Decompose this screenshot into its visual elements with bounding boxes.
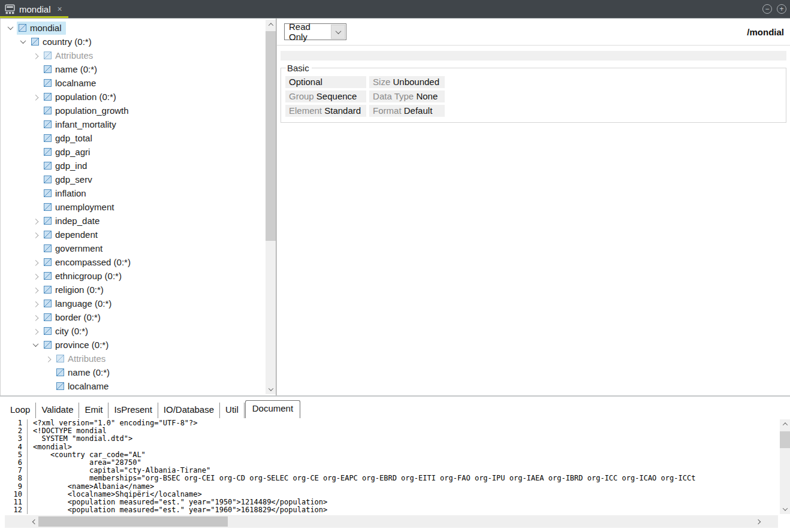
field-format[interactable]: Format Default <box>369 105 445 117</box>
tree-item-body[interactable]: population_growth <box>42 104 133 117</box>
tab-validate[interactable]: Validate <box>36 403 79 418</box>
scroll-down-icon[interactable] <box>266 385 276 394</box>
chevron-right-icon[interactable] <box>31 258 40 267</box>
chevron-right-icon[interactable] <box>31 285 40 295</box>
tree-item-body[interactable]: name (0:*) <box>42 63 101 76</box>
tree-item-body[interactable]: city (0:*) <box>42 325 92 338</box>
tree-item-body[interactable]: encompassed (0:*) <box>42 256 135 269</box>
tree-item-name-0[interactable]: name (0:*) <box>1 62 265 76</box>
chevron-down-icon[interactable] <box>5 23 15 33</box>
tab-emit[interactable]: Emit <box>79 403 108 418</box>
tree-item-indep_date[interactable]: indep_date <box>1 214 265 228</box>
scroll-up-icon[interactable] <box>266 20 276 29</box>
code-line[interactable]: 12 <population measured="est." year="196… <box>0 506 779 514</box>
tree-item-population_growth[interactable]: population_growth <box>1 104 265 117</box>
tree-item-body[interactable]: localname <box>42 77 100 90</box>
tree-item-gdp_ind[interactable]: gdp_ind <box>1 159 265 173</box>
tree-item-body[interactable]: gdp_agri <box>42 146 94 159</box>
tree-item-body[interactable]: government <box>42 242 107 255</box>
close-tab-icon[interactable]: × <box>58 5 62 13</box>
code-line[interactable]: 1<?xml version="1.0" encoding="UTF-8"?> <box>0 419 779 427</box>
chevron-right-icon[interactable] <box>31 271 40 281</box>
chevron-right-icon[interactable] <box>31 299 40 309</box>
tree-item-body[interactable]: province (0:*) <box>42 338 113 352</box>
tab-ispresent[interactable]: IsPresent <box>108 403 158 418</box>
tree-item-body[interactable]: Attributes <box>42 49 97 62</box>
chevron-right-icon[interactable] <box>31 51 40 61</box>
code-line[interactable]: 8 memberships="org-BSEC org-CEI org-CD o… <box>0 474 779 482</box>
hscroll-thumb[interactable] <box>38 516 228 527</box>
tree-item-infant_mortality[interactable]: infant_mortality <box>1 117 265 131</box>
tree-item-body[interactable]: name (0:*) <box>55 366 114 379</box>
tree-item-body[interactable]: indep_date <box>42 214 104 228</box>
tree-item-body[interactable]: localname <box>55 380 113 393</box>
tree-item-unemployment[interactable]: unemployment <box>1 200 265 214</box>
tree-item-population-0[interactable]: population (0:*) <box>1 90 265 104</box>
tree-item-body[interactable]: gdp_ind <box>42 159 91 173</box>
tree-item-localname[interactable]: localname <box>1 76 265 90</box>
zoom-in-icon[interactable]: + <box>777 4 786 14</box>
tree-item-gdp_total[interactable]: gdp_total <box>1 131 265 145</box>
tree-item-province-0[interactable]: province (0:*) <box>1 338 265 352</box>
tab-io-database[interactable]: IO/Database <box>158 403 220 418</box>
code-line[interactable]: 10 <localname>Shqipëri</localname> <box>0 491 779 498</box>
code-line[interactable]: 5 <country car_code="AL" <box>0 451 779 459</box>
field-group[interactable]: Group Sequence <box>285 90 366 102</box>
xml-document-view[interactable]: 1<?xml version="1.0" encoding="UTF-8"?>2… <box>0 419 779 515</box>
tree-item-body[interactable]: gdp_total <box>42 132 97 145</box>
tree-item-attributes[interactable]: Attributes <box>1 49 265 62</box>
tree-item-body[interactable]: population (0:*) <box>42 90 120 104</box>
tree-item-border-0[interactable]: border (0:*) <box>1 310 265 324</box>
chevron-right-icon[interactable] <box>31 216 40 226</box>
tree-item-body[interactable]: gdp_serv <box>42 173 97 186</box>
tree-item-gdp_serv[interactable]: gdp_serv <box>1 173 265 186</box>
tree-item-gdp_agri[interactable]: gdp_agri <box>1 145 265 159</box>
field-optional[interactable]: Optional <box>285 76 366 88</box>
field-element[interactable]: Element Standard <box>285 105 366 117</box>
tree-item-government[interactable]: government <box>1 241 265 255</box>
code-line[interactable]: 3 SYSTEM "mondial.dtd"> <box>0 435 779 443</box>
mode-select[interactable]: Read Only <box>284 23 346 40</box>
chevron-right-icon[interactable] <box>31 230 40 240</box>
tree-item-language-0[interactable]: language (0:*) <box>1 297 265 310</box>
code-horizontal-scrollbar[interactable] <box>0 515 790 528</box>
tree-item-body[interactable]: inflation <box>42 187 91 200</box>
chevron-right-icon[interactable] <box>31 92 40 102</box>
chevron-right-icon[interactable] <box>43 354 53 364</box>
tree-item-body[interactable]: language (0:*) <box>42 297 116 310</box>
code-vertical-scrollbar[interactable] <box>780 419 790 514</box>
tree-item-dependent[interactable]: dependent <box>1 228 265 241</box>
tree-item-body[interactable]: ethnicgroup (0:*) <box>42 270 126 283</box>
code-line[interactable]: 4<mondial> <box>0 443 779 451</box>
tree-item-country-0[interactable]: country (0:*) <box>1 35 265 49</box>
tab-util[interactable]: Util <box>220 403 245 418</box>
tree-item-attributes[interactable]: Attributes <box>1 352 265 365</box>
tree-vertical-scrollbar[interactable] <box>266 20 276 394</box>
tree-item-ethnicgroup-0[interactable]: ethnicgroup (0:*) <box>1 269 265 283</box>
tree-item-body[interactable]: dependent <box>42 228 102 241</box>
document-tab-mondial[interactable]: mondial × <box>0 0 68 18</box>
field-data-type[interactable]: Data Type None <box>369 90 445 102</box>
scroll-right-icon[interactable] <box>753 516 763 527</box>
tree-item-encompassed-0[interactable]: encompassed (0:*) <box>1 255 265 269</box>
tree-selection[interactable]: mondial <box>17 22 66 35</box>
scroll-down-icon[interactable] <box>780 504 790 514</box>
tree-item-body[interactable]: Attributes <box>55 352 110 365</box>
tree-item-name-0[interactable]: name (0:*) <box>1 365 265 379</box>
tree-item-body[interactable]: border (0:*) <box>42 311 105 324</box>
tree-item-body[interactable]: country (0:*) <box>29 35 96 49</box>
tree-item-localname[interactable]: localname <box>1 379 265 393</box>
code-scrollbar-thumb[interactable] <box>780 431 790 448</box>
chevron-right-icon[interactable] <box>31 327 40 336</box>
tree-item-body[interactable]: unemployment <box>42 201 118 214</box>
field-size[interactable]: Size Unbounded <box>369 76 445 88</box>
tree-scrollbar-thumb[interactable] <box>266 31 276 241</box>
tree-item-mondial[interactable]: mondial <box>1 21 265 35</box>
tree-item-body[interactable]: infant_mortality <box>42 118 120 131</box>
zoom-out-icon[interactable]: − <box>762 4 772 14</box>
chevron-down-icon[interactable] <box>18 37 28 47</box>
chevron-down-icon[interactable] <box>331 25 345 39</box>
tree-item-religion-0[interactable]: religion (0:*) <box>1 283 265 297</box>
tab-loop[interactable]: Loop <box>5 403 36 418</box>
tree-item-inflation[interactable]: inflation <box>1 186 265 200</box>
